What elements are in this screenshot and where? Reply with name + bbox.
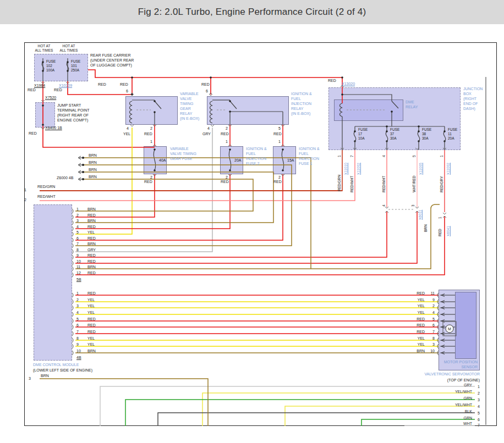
bottom-wire-label: GRN bbox=[432, 396, 472, 401]
bottom-wire-pin: 5 bbox=[478, 411, 480, 416]
connector-x6400-1b: X6400 1B bbox=[45, 125, 62, 130]
connector-x11002b-link[interactable]: X11002 bbox=[446, 163, 451, 175]
jb-out3-wire: RED/WHT bbox=[382, 176, 386, 192]
wire-label-red: RED bbox=[273, 131, 282, 136]
connector-x11010-link[interactable]: X11010 bbox=[344, 163, 348, 175]
junction-dot bbox=[418, 130, 420, 132]
servo-wire: YEL bbox=[408, 297, 425, 302]
wire bbox=[72, 325, 73, 329]
dme-4b-row: 3YEL bbox=[76, 303, 95, 308]
jump-start-label: JUMP START TERMINAL POINT (RIGHT REAR OF… bbox=[57, 103, 89, 123]
relay1-pin-4: 4 bbox=[127, 126, 129, 131]
ground-point-z6000: Z6000 4B bbox=[57, 175, 73, 180]
wire bbox=[340, 103, 343, 117]
servo-pin: 4 bbox=[427, 310, 435, 315]
dme-5b-row: 9RED bbox=[76, 253, 96, 258]
junction-dot bbox=[443, 130, 446, 132]
inj-fuse1-label: IGNITION & FUEL INJECTION FUSE 1 bbox=[299, 146, 320, 166]
servo-wire: YEL bbox=[408, 342, 425, 347]
junction-dot bbox=[354, 130, 356, 132]
inj-fuse2-label: IGNITION & FUEL INJECTION FUSE 2 bbox=[246, 146, 267, 166]
relay2-pin-6: 6 bbox=[206, 88, 208, 93]
dme-4b-row: 7RED bbox=[76, 329, 96, 334]
junction-dot bbox=[154, 111, 156, 113]
connector-x13020-link[interactable]: X13020 bbox=[342, 81, 355, 86]
junction-dot bbox=[67, 61, 69, 63]
servo-wire: RED bbox=[408, 317, 425, 322]
bottom-wire-pin: 2 bbox=[478, 391, 480, 396]
fuse-102-label: FUSE 102 100A bbox=[46, 59, 56, 73]
wire-label-red: RED bbox=[144, 179, 152, 184]
ground-wire-3: BRN bbox=[89, 167, 97, 172]
wire bbox=[72, 273, 73, 277]
wire bbox=[392, 101, 398, 108]
feed2-wire: RED/WHT bbox=[37, 194, 56, 199]
wire bbox=[72, 226, 73, 231]
relay1-pin-6: 6 bbox=[126, 88, 128, 93]
servo-pin: 8 bbox=[427, 336, 435, 341]
wire bbox=[211, 125, 214, 126]
bottom-wire-label: BLK bbox=[432, 409, 472, 414]
wire bbox=[154, 149, 155, 170]
wire bbox=[72, 293, 73, 297]
bottom-wire-pin: 3 bbox=[478, 397, 480, 402]
jb-fuse-38: FUSE 38 30A bbox=[422, 128, 431, 141]
servo-pin: 9 bbox=[427, 297, 435, 302]
hot-at-all-times-1: HOT AT ALL TIMES bbox=[32, 44, 56, 53]
servo-wire: BRN bbox=[408, 348, 425, 353]
wire-label-yel: YEL bbox=[123, 131, 130, 136]
junction-box-label: JUNCTION BOX (RIGHT END OF DASH) bbox=[463, 86, 483, 111]
wire bbox=[72, 243, 73, 248]
servomotor-location: (TOP OF ENGINE) bbox=[385, 378, 480, 383]
connector-x6041-link[interactable]: X6041 bbox=[446, 226, 451, 236]
connector-x11002-link[interactable]: X11002 bbox=[357, 163, 361, 175]
jb-out1-pin: 1 bbox=[337, 155, 342, 157]
connector-x11005-link[interactable]: X11005 bbox=[419, 163, 423, 175]
junction-dot bbox=[210, 76, 212, 79]
wire bbox=[72, 267, 73, 271]
valvetronic-servomotor-label: VALVETRONIC SERVOMOTOR bbox=[385, 372, 480, 376]
junction-dot bbox=[82, 157, 84, 159]
x6011-pin-4: 4 bbox=[382, 204, 386, 207]
dme-4b-row: 5RED bbox=[76, 317, 96, 322]
ground-wire-4: BRN bbox=[89, 174, 97, 179]
jb-out4-wire: WHT/RED bbox=[412, 176, 417, 192]
dme-5b-row: 12RED bbox=[76, 270, 96, 275]
wire-label-red: RED bbox=[120, 82, 128, 87]
bottom-wire-label: GRN bbox=[432, 416, 472, 420]
jb-fuse-17: FUSE 17 10A bbox=[358, 128, 368, 141]
junction-dot bbox=[391, 110, 393, 113]
dme-4b-row: 8YEL bbox=[76, 336, 95, 341]
ground-wire-3-pin: 3 bbox=[29, 376, 31, 381]
junction-dot bbox=[42, 124, 44, 126]
wire bbox=[72, 209, 73, 213]
wire bbox=[88, 70, 342, 77]
wire bbox=[72, 300, 73, 304]
wire bbox=[75, 204, 440, 269]
rear-fuse-carrier-label: REAR FUSE CARRIER (UNDER CENTER REAR OF … bbox=[90, 53, 134, 68]
dme-5b-row: 5YEL bbox=[76, 230, 95, 235]
dme-5b-row: 7BRN bbox=[76, 241, 96, 246]
wire bbox=[75, 174, 283, 240]
wire bbox=[354, 131, 355, 141]
servo-wire: RED bbox=[408, 291, 425, 296]
junction-dot bbox=[42, 61, 44, 63]
junction-dot bbox=[82, 178, 84, 180]
ground-wire-2: BRN bbox=[89, 160, 97, 165]
fuse20-amp: 20A bbox=[234, 158, 241, 163]
dme-5b-row: 2RED bbox=[76, 213, 96, 218]
relay2-pin-4: 4 bbox=[207, 126, 210, 131]
dme-5b-row: 10RED bbox=[76, 259, 96, 264]
jb-out5-wire: RED/GRY bbox=[440, 176, 444, 193]
junction-dot bbox=[42, 70, 44, 72]
servo-pin: 3 bbox=[427, 342, 435, 347]
relay2-pin-5: 5 bbox=[278, 126, 281, 131]
jb-fuse-37: FUSE 37 30A bbox=[390, 128, 399, 141]
wire bbox=[72, 312, 73, 317]
motor-symbol-label: M bbox=[448, 327, 451, 331]
wire bbox=[72, 215, 73, 219]
wire bbox=[75, 174, 230, 229]
wire-label-gry: GRY bbox=[202, 131, 211, 136]
connector-x6011-link[interactable]: X6011 bbox=[418, 210, 423, 220]
wire bbox=[72, 250, 73, 254]
